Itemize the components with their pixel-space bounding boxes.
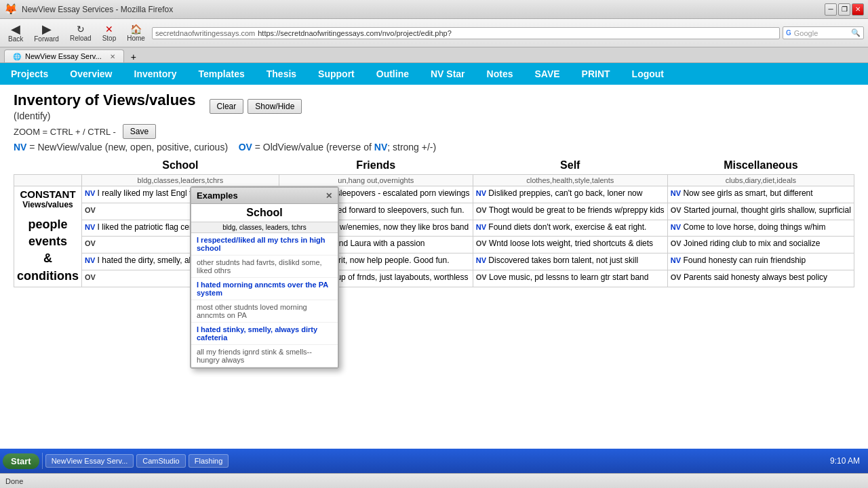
search-icon: 🔍 bbox=[851, 28, 861, 37]
nav-overview[interactable]: Overview bbox=[59, 63, 123, 85]
sub-left bbox=[14, 175, 82, 186]
cell-ov-col2-row2: OV Love music, pd lessns to learn gtr st… bbox=[473, 270, 667, 287]
back-button[interactable]: ◀ Back bbox=[4, 22, 27, 44]
header-buttons: Clear Show/Hide bbox=[210, 99, 302, 114]
popup-title: Examples bbox=[197, 190, 238, 201]
examples-popup: Examples ✕ School bldg, classes, leaders… bbox=[190, 186, 339, 369]
nav-menu: Projects Overview Inventory Templates Th… bbox=[0, 63, 868, 85]
firefox-icon: 🦊 bbox=[4, 3, 18, 16]
popup-row-4: I hated stinky, smelly, always dirty caf… bbox=[191, 323, 338, 345]
nav-support[interactable]: Support bbox=[307, 63, 366, 85]
nav-projects[interactable]: Projects bbox=[0, 63, 59, 85]
zoom-info: ZOOM = CTRL + / CTRL - bbox=[14, 127, 116, 137]
popup-row-2: I hated morning anncmts over the PA syst… bbox=[191, 278, 338, 300]
left-column: CONSTANTViews/valuespeopleevents&conditi… bbox=[14, 186, 82, 287]
popup-row-0: I respected/liked all my tchrs in high s… bbox=[191, 233, 338, 256]
popup-rows: I respected/liked all my tchrs in high s… bbox=[191, 233, 338, 367]
cell-nv-col2-row2: NV Discovered takes born talent, not jus… bbox=[473, 253, 667, 270]
address-bar[interactable]: secretdnaofwritingessays.com https://sec… bbox=[152, 27, 780, 39]
cell-nv-col3-row0: NV Now see girls as smart, but different bbox=[667, 186, 854, 203]
nav-save[interactable]: SAVE bbox=[524, 63, 570, 85]
popup-header: Examples ✕ bbox=[191, 188, 338, 204]
col-header-left bbox=[14, 157, 82, 175]
popup-col-header: School bbox=[191, 204, 338, 222]
minimize-button[interactable]: ─ bbox=[825, 3, 837, 16]
nav-notes[interactable]: Notes bbox=[476, 63, 524, 85]
col-header-self: Self bbox=[473, 157, 667, 175]
address-url: https://secretdnaofwritingessays.com/nvo… bbox=[258, 29, 452, 37]
reload-button[interactable]: ↻ Reload bbox=[66, 22, 96, 43]
window-controls: ─ ❐ ✕ bbox=[825, 3, 864, 16]
nav-print[interactable]: PRINT bbox=[571, 63, 621, 85]
tab-bar: 🌐 NewView Essay Serv... ✕ + bbox=[0, 47, 868, 63]
popup-sub-header: bldg, classes, leaders, tchrs bbox=[191, 222, 338, 233]
cell-nv-col3-row1: NV Come to love horse, doing things w/hi… bbox=[667, 220, 854, 237]
cell-ov-col2-row0: OV Thogt would be great to be friends w/… bbox=[473, 203, 667, 220]
nav-inventory[interactable]: Inventory bbox=[123, 63, 188, 85]
google-icon: G bbox=[786, 29, 791, 37]
nv-word: NV bbox=[14, 142, 26, 152]
cell-nv-col2-row1: NV Found diets don't work, exercise & ea… bbox=[473, 220, 667, 237]
nav-logout[interactable]: Logout bbox=[621, 63, 675, 85]
tab-label: NewView Essay Serv... bbox=[25, 52, 102, 60]
stop-button[interactable]: ✕ Stop bbox=[98, 22, 121, 43]
sub-school: bldg,classes,leaders,tchrs bbox=[82, 175, 279, 186]
cell-ov-col3-row0: OV Started journal, thought girls shallo… bbox=[667, 203, 854, 220]
popup-row-1: other studnts had favrts, dislikd some, … bbox=[191, 256, 338, 278]
restore-button[interactable]: ❐ bbox=[838, 3, 850, 16]
address-domain: secretdnaofwritingessays.com bbox=[155, 29, 255, 37]
browser-toolbar: ◀ Back ▶ Forward ↻ Reload ✕ Stop 🏠 Home … bbox=[0, 19, 868, 47]
nv-definition: NV = NewView/value (new, open, positive,… bbox=[14, 142, 854, 152]
nav-thesis[interactable]: Thesis bbox=[256, 63, 307, 85]
new-tab-button[interactable]: + bbox=[127, 52, 140, 62]
page-title: Inventory of Views/values bbox=[14, 92, 196, 109]
tab-close-icon[interactable]: ✕ bbox=[110, 53, 115, 60]
sub-misc: clubs,diary,diet,ideals bbox=[667, 175, 854, 186]
tab-icon: 🌐 bbox=[13, 53, 21, 60]
showhide-button[interactable]: Show/Hide bbox=[248, 99, 302, 114]
close-button[interactable]: ✕ bbox=[852, 3, 864, 16]
nav-nv-star[interactable]: NV Star bbox=[420, 63, 476, 85]
home-button[interactable]: 🏠 Home bbox=[123, 22, 149, 43]
popup-row-3: most other studnts loved morning anncmts… bbox=[191, 300, 338, 323]
cell-nv-col2-row0: NV Disliked preppies, can't go back, lon… bbox=[473, 186, 667, 203]
sub-friends: un,hang out,overnights bbox=[279, 175, 473, 186]
popup-row-5: all my friends ignrd stink & smells--hun… bbox=[191, 345, 338, 367]
window-title: NewView Essay Services - Mozilla Firefox bbox=[22, 5, 173, 14]
col-header-school: School bbox=[82, 157, 279, 175]
cell-ov-col3-row1: OV Joined riding club to mix and sociali… bbox=[667, 237, 854, 253]
save-button[interactable]: Save bbox=[123, 124, 156, 139]
content-area: Inventory of Views/values (Identify) Cle… bbox=[0, 85, 868, 437]
forward-button[interactable]: ▶ Forward bbox=[30, 22, 63, 44]
nav-templates[interactable]: Templates bbox=[188, 63, 256, 85]
nav-outline[interactable]: Outline bbox=[366, 63, 420, 85]
popup-close-button[interactable]: ✕ bbox=[326, 191, 332, 201]
browser-titlebar: 🦊 NewView Essay Services - Mozilla Firef… bbox=[0, 0, 868, 19]
sub-self: clothes,health,style,talents bbox=[473, 175, 667, 186]
clear-button[interactable]: Clear bbox=[210, 99, 244, 114]
col-header-friends: Friends bbox=[279, 157, 473, 175]
cell-ov-col2-row1: OV Wntd loose lots weight, tried shortcu… bbox=[473, 237, 667, 253]
col-header-misc: Miscellaneous bbox=[667, 157, 854, 175]
main-table: School Friends Self Miscellaneous bldg,c… bbox=[14, 157, 854, 287]
cell-ov-col3-row2: OV Parents said honesty always best poli… bbox=[667, 270, 854, 287]
tab-newview[interactable]: 🌐 NewView Essay Serv... ✕ bbox=[4, 49, 124, 62]
ov-word: OV bbox=[239, 142, 252, 152]
search-bar[interactable]: G Google 🔍 bbox=[783, 26, 864, 39]
page-subtitle: (Identify) bbox=[14, 110, 196, 121]
cell-nv-col3-row2: NV Found honesty can ruin friendship bbox=[667, 253, 854, 270]
